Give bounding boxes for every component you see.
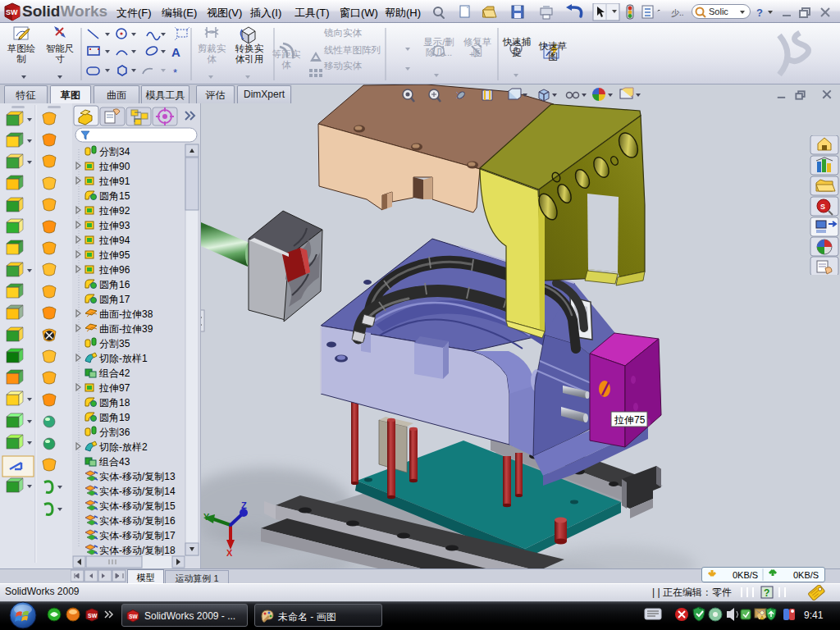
svg-text:X: X <box>226 548 233 558</box>
svg-text:切除-放样2: 切除-放样2 <box>98 441 148 453</box>
svg-text:?: ? <box>756 7 763 19</box>
svg-text:拉伸93: 拉伸93 <box>98 220 130 231</box>
svg-text:组合43: 组合43 <box>98 456 130 468</box>
svg-text:9:41: 9:41 <box>804 609 824 621</box>
svg-text:SW: SW <box>6 8 18 16</box>
svg-text:切除-放样1: 切除-放样1 <box>98 353 148 364</box>
svg-text:拉伸95: 拉伸95 <box>98 249 130 261</box>
svg-text:圆角19: 圆角19 <box>99 412 130 423</box>
svg-text:Y: Y <box>203 512 210 522</box>
svg-text:曲面-拉伸38: 曲面-拉伸38 <box>99 308 153 320</box>
svg-text:SW: SW <box>129 614 138 619</box>
svg-text:圆角17: 圆角17 <box>99 294 130 305</box>
svg-text:拉伸91: 拉伸91 <box>98 176 130 187</box>
svg-text:拉伸96: 拉伸96 <box>98 264 130 276</box>
svg-text:0KB/S: 0KB/S <box>793 570 819 580</box>
svg-text:分割34: 分割34 <box>99 146 130 158</box>
svg-text:实体-移动/复制14: 实体-移动/复制14 <box>99 486 176 497</box>
svg-text:?: ? <box>764 587 769 599</box>
svg-text:分割36: 分割36 <box>99 427 130 438</box>
svg-text:拉伸92: 拉伸92 <box>98 205 130 217</box>
svg-text:拉伸75: 拉伸75 <box>614 414 646 426</box>
svg-text:实体-移动/复制15: 实体-移动/复制15 <box>99 500 176 512</box>
svg-text:组合42: 组合42 <box>98 368 130 379</box>
svg-text:拉伸90: 拉伸90 <box>98 161 130 172</box>
svg-text:拉伸94: 拉伸94 <box>98 235 130 246</box>
svg-text:圆角15: 圆角15 <box>99 190 130 202</box>
svg-text:S: S <box>820 203 825 211</box>
svg-text:分割35: 分割35 <box>99 338 130 349</box>
svg-text:圆角16: 圆角16 <box>99 279 130 290</box>
svg-text:*: * <box>173 66 177 79</box>
svg-text:实体-移动/复制13: 实体-移动/复制13 <box>99 471 176 482</box>
svg-text:拉伸97: 拉伸97 <box>98 382 130 394</box>
svg-text:圆角18: 圆角18 <box>99 397 130 409</box>
svg-text:实体-移动/复制16: 实体-移动/复制16 <box>99 515 176 527</box>
svg-text:A: A <box>171 45 180 59</box>
svg-text:SW: SW <box>88 613 98 619</box>
svg-text:实体-移动/复制17: 实体-移动/复制17 <box>99 530 176 541</box>
svg-text:0KB/S: 0KB/S <box>733 570 758 580</box>
svg-text:曲面-拉伸39: 曲面-拉伸39 <box>99 323 153 335</box>
svg-text:少..: 少.. <box>671 8 684 17</box>
svg-text:实体-移动/复制18: 实体-移动/复制18 <box>99 545 176 556</box>
svg-text:Z: Z <box>241 500 247 510</box>
